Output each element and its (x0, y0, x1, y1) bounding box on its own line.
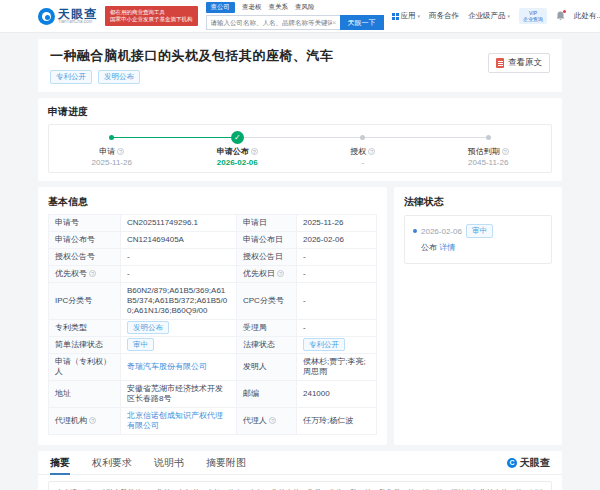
info-icon[interactable]: ? (269, 417, 276, 424)
brand-name: 天眼查 (58, 8, 97, 20)
info-icon[interactable]: ? (502, 148, 509, 155)
step-estimated-expiry: 预估到期? 2045-11-26 (426, 131, 552, 167)
tianyancha-mark-icon: C (507, 458, 517, 468)
info-icon[interactable]: ? (117, 148, 124, 155)
search-tab-boss[interactable]: 查老板 (242, 2, 262, 13)
table-row: 简单法律状态 审中 法律状态 专利公开 (49, 337, 377, 354)
nav-business-cooperation[interactable]: 商务合作 (429, 11, 459, 21)
search-tab-relation[interactable]: 查关系 (269, 2, 289, 13)
section-title-legal-status: 法律状态 (404, 195, 552, 209)
detail-tabs: 摘要 权利要求 说明书 摘要附图 C 天眼查 (38, 451, 562, 475)
brand-domain: TianYanCha.com (58, 20, 97, 25)
eye-logo-icon (38, 8, 55, 25)
tab-abstract[interactable]: 摘要 (50, 451, 70, 475)
legal-status-item: 2026-02-06 审中 公布 详情 (404, 215, 552, 264)
detail-link[interactable]: 详情 (439, 243, 455, 252)
promo-line2: 国家中小企业发展子基金旗下机构 (110, 16, 193, 23)
table-row: 地址 安徽省芜湖市经济技术开发区长春路8号 邮编 241000 (49, 381, 377, 408)
watermark-logo: C 天眼查 (507, 456, 550, 470)
chevron-down-icon: ▾ (418, 13, 421, 19)
tag-under-review: 审中 (127, 338, 154, 351)
step-dot-done (109, 135, 114, 140)
tab-description[interactable]: 说明书 (154, 451, 184, 475)
nav-enterprise-products[interactable]: 企业级产品 ▾ (468, 11, 510, 21)
search-input[interactable] (211, 19, 332, 26)
vip-badge[interactable]: VIP 企业查询 (519, 8, 547, 24)
notification-bell-icon[interactable] (556, 11, 565, 21)
step-dot-pending (486, 135, 491, 140)
table-row: 专利类型 发明公布 受理局 - (49, 320, 377, 337)
header-nav: 应用 ▾ 商务合作 企业级产品 ▾ VIP 企业查询 此处有... ▾ (392, 8, 600, 24)
promo-banner: 都在用的商业查询工具 国家中小企业发展子基金旗下机构 (105, 6, 198, 26)
agency-link[interactable]: 北京信诺创成知识产权代理有限公司 (127, 411, 223, 430)
tag-patent-public: 专利公开 (50, 70, 92, 84)
search-tab-company[interactable]: 查公司 (206, 2, 236, 13)
section-title-basic-info: 基本信息 (48, 195, 377, 209)
tab-claims[interactable]: 权利要求 (92, 451, 132, 475)
user-menu[interactable]: 此处有... ▾ (574, 11, 600, 21)
tag-patent-public: 专利公开 (303, 338, 345, 351)
tag-invention-publication: 发明公布 (127, 321, 169, 334)
info-icon[interactable]: ? (89, 417, 96, 424)
tag-under-review: 审中 (466, 224, 493, 238)
tianyancha-logo[interactable]: 天眼查 TianYanCha.com (38, 8, 97, 25)
patent-title: 一种融合脑机接口的头枕及包括其的座椅、汽车 (50, 47, 550, 65)
progress-timeline: 申请? 2025-11-26 ✓ 申请公布? 2026-02-06 授权? - … (48, 124, 552, 173)
tab-abstract-figure[interactable]: 摘要附图 (206, 451, 246, 475)
step-application: 申请? 2025-11-26 (49, 131, 175, 167)
section-title-progress: 申请进度 (48, 105, 552, 119)
table-row: IPC分类号 B60N2/879;A61B5/369;A61B5/374;A61… (49, 283, 377, 320)
info-icon[interactable]: ? (368, 148, 375, 155)
info-icon[interactable]: ? (277, 270, 284, 277)
view-original-button[interactable]: 查看原文 (488, 53, 550, 73)
search-area: 查公司 查老板 查关系 查风险 × 天眼一下 (206, 2, 384, 30)
info-icon[interactable]: ? (251, 148, 258, 155)
basic-info-card: 基本信息 申请号 CN202511749296.1 申请日 2025-11-26… (38, 187, 387, 445)
chevron-down-icon: ▾ (508, 13, 511, 19)
nav-apps[interactable]: 应用 ▾ (392, 11, 421, 21)
promo-line1: 都在用的商业查询工具 (110, 9, 193, 16)
info-icon[interactable]: ? (89, 270, 96, 277)
step-grant: 授权? - (300, 131, 426, 167)
check-circle-icon: ✓ (231, 131, 244, 144)
table-row: 申请号 CN202511749296.1 申请日 2025-11-26 (49, 215, 377, 232)
patent-tags: 专利公开 发明公布 (50, 70, 550, 84)
table-row: 授权公告号 - 授权公告日 - (49, 249, 377, 266)
step-dot-pending (360, 135, 365, 140)
applicant-link[interactable]: 奇瑞汽车股份有限公司 (127, 362, 207, 371)
legal-status-card: 法律状态 2026-02-06 审中 公布 详情 (394, 187, 562, 445)
apps-grid-icon (392, 13, 399, 20)
clear-search-icon[interactable]: × (332, 19, 337, 27)
search-button[interactable]: 天眼一下 (340, 15, 384, 30)
pdf-icon (496, 58, 504, 68)
table-row: 优先权号 ? - 优先权日 ? - (49, 266, 377, 283)
basic-info-table: 申请号 CN202511749296.1 申请日 2025-11-26 申请公布… (48, 214, 377, 435)
abstract-text: 本申请提供一种融合脑机接口的头枕及包括其的座椅、汽车，包括：头枕本体；头带，分为… (48, 481, 552, 490)
top-header: 天眼查 TianYanCha.com 都在用的商业查询工具 国家中小企业发展子基… (0, 0, 600, 33)
search-tab-risk[interactable]: 查风险 (295, 2, 315, 13)
table-row: 代理机构 ? 北京信诺创成知识产权代理有限公司 代理人 ? 任万玲;杨仁波 (49, 408, 377, 435)
bullet-dot (413, 229, 417, 233)
tag-invention-publication: 发明公布 (98, 70, 140, 84)
table-row: 申请公布号 CN121469405A 申请公布日 2026-02-06 (49, 232, 377, 249)
search-tabs: 查公司 查老板 查关系 查风险 (206, 2, 384, 13)
search-box: × (206, 15, 340, 30)
step-publication: ✓ 申请公布? 2026-02-06 (175, 131, 301, 167)
table-row: 申请（专利权）人 奇瑞汽车股份有限公司 发明人 侯林杉;贾宁;李亮;周思雨 (49, 354, 377, 381)
